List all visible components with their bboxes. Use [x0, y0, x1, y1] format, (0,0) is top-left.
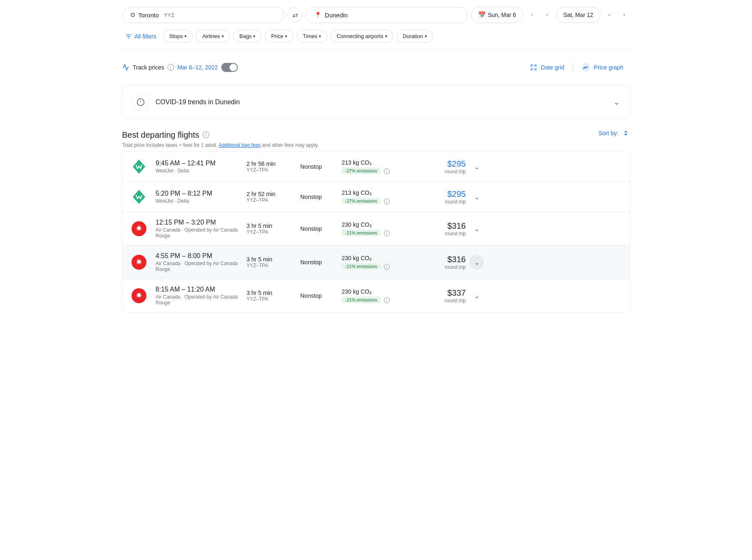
price-amount: $295 — [416, 189, 466, 199]
swap-button[interactable]: ⇄ — [287, 7, 302, 22]
flight-airline: WestJet · Delta — [156, 168, 247, 174]
flight-row[interactable]: 9:45 AM – 12:41 PM WestJet · Delta 2 hr … — [122, 152, 630, 182]
flight-stops: Nonstop — [300, 292, 342, 299]
sort-icon[interactable] — [622, 129, 630, 137]
flight-expand-button[interactable]: ⌄ — [469, 159, 484, 174]
track-prices-toggle[interactable] — [221, 63, 238, 72]
times-filter-button[interactable]: Times ▾ — [297, 30, 327, 43]
emissions-info-icon[interactable]: i — [384, 168, 390, 174]
depart-next-button[interactable]: › — [541, 9, 553, 21]
sort-bar: Sort by: — [599, 129, 630, 137]
connecting-airports-filter-button[interactable]: Connecting airports ▾ — [330, 30, 393, 43]
flight-row[interactable]: 4:55 PM – 8:00 PM Air Canada · Operated … — [122, 246, 630, 279]
origin-value: Toronto — [138, 12, 159, 19]
emissions-info-icon[interactable]: i — [384, 297, 390, 303]
flight-time-range: 5:20 PM – 8:12 PM — [156, 190, 247, 197]
flight-expand-button[interactable]: ⌄ — [469, 255, 484, 270]
covid-banner-left: COVID-19 trends in Dunedin — [132, 94, 240, 110]
flight-list: 9:45 AM – 12:41 PM WestJet · Delta 2 hr … — [122, 151, 630, 313]
flight-emissions: 230 kg CO₂ -21% emissions i — [342, 255, 416, 270]
flight-duration: 3 hr 5 min YYZ–TPA — [247, 256, 300, 268]
connecting-airports-chevron-icon: ▾ — [385, 34, 387, 38]
price-amount: $295 — [416, 159, 466, 169]
airlines-chevron-icon: ▾ — [222, 34, 224, 38]
duration-time: 3 hr 5 min — [247, 290, 300, 296]
price-graph-label: Price graph — [594, 64, 623, 71]
flight-stops: Nonstop — [300, 194, 342, 200]
times-filter-label: Times — [303, 33, 317, 39]
aircanada-logo-circle — [132, 288, 146, 303]
emissions-amount: 230 kg CO₂ — [342, 288, 416, 295]
price-type: round trip — [416, 169, 466, 175]
price-amount: $316 — [416, 255, 466, 264]
covid-banner[interactable]: COVID-19 trends in Dunedin ⌄ — [122, 85, 630, 119]
emissions-amount: 213 kg CO₂ — [342, 159, 416, 166]
emissions-info-icon[interactable]: i — [384, 199, 390, 204]
best-flights-info-icon[interactable]: i — [203, 132, 209, 138]
price-type: round trip — [416, 231, 466, 237]
times-chevron-icon: ▾ — [319, 34, 321, 38]
duration-route: YYZ–TPA — [247, 229, 300, 235]
flight-expand-button[interactable]: ⌄ — [469, 221, 484, 236]
aircanada-logo — [131, 287, 147, 304]
track-prices-section: Track prices i Mar 6–12, 2022 — [122, 63, 238, 72]
westjet-logo — [131, 158, 147, 175]
duration-filter-button[interactable]: Duration ▾ — [397, 30, 433, 43]
stops-filter-button[interactable]: Stops ▾ — [163, 30, 193, 43]
return-prev-button[interactable]: ‹ — [604, 9, 615, 21]
flight-price: $295 round trip — [416, 159, 466, 175]
emissions-info-icon[interactable]: i — [384, 230, 390, 236]
view-options: Date grid Price graph — [523, 60, 630, 75]
flight-expand-button[interactable]: ⌄ — [469, 288, 484, 303]
duration-chevron-icon: ▾ — [425, 34, 427, 38]
covid-title: COVID-19 trends in Dunedin — [156, 98, 240, 106]
aircanada-maple-icon — [134, 258, 144, 267]
emissions-badge: -21% emissions — [342, 230, 381, 236]
flight-row[interactable]: 5:20 PM – 8:12 PM WestJet · Delta 2 hr 5… — [122, 182, 630, 212]
flight-expand-button[interactable]: ⌄ — [469, 189, 484, 204]
airlines-filter-label: Airlines — [202, 33, 220, 39]
emissions-amount: 230 kg CO₂ — [342, 221, 416, 228]
price-filter-button[interactable]: Price ▾ — [265, 30, 293, 43]
svg-rect-6 — [534, 68, 536, 71]
depart-date-picker[interactable]: 📅 Sun, Mar 6 — [471, 7, 523, 23]
flight-stops: Nonstop — [300, 163, 342, 170]
emissions-badge: -27% emissions — [342, 198, 381, 204]
flight-price: $337 round trip — [416, 288, 466, 304]
westjet-logo-svg — [132, 159, 146, 174]
additional-fees-link[interactable]: Additional bag fees — [218, 142, 261, 148]
all-filters-button[interactable]: All filters — [122, 30, 160, 43]
aircanada-logo — [131, 220, 147, 237]
bags-filter-button[interactable]: Bags ▾ — [233, 30, 262, 43]
duration-route: YYZ–TPA — [247, 167, 300, 173]
svg-rect-4 — [534, 65, 536, 67]
duration-time: 2 hr 52 min — [247, 191, 300, 197]
filter-icon — [125, 33, 132, 40]
track-prices-info-icon[interactable]: i — [168, 64, 174, 71]
stops-chevron-icon: ▾ — [184, 34, 187, 38]
emissions-info-icon[interactable]: i — [384, 264, 390, 270]
svg-rect-5 — [530, 68, 533, 71]
flight-emissions: 213 kg CO₂ -27% emissions i — [342, 189, 416, 204]
destination-input[interactable]: 📍 Dunedin — [306, 7, 468, 23]
flight-row[interactable]: 12:15 PM – 3:20 PM Air Canada · Operated… — [122, 212, 630, 246]
return-next-button[interactable]: › — [618, 9, 630, 21]
duration-time: 3 hr 5 min — [247, 256, 300, 263]
airlines-filter-button[interactable]: Airlines ▾ — [196, 30, 230, 43]
emissions-badge: -21% emissions — [342, 297, 381, 303]
return-date-picker[interactable]: Sat, Mar 12 — [556, 7, 600, 23]
flight-row[interactable]: 8:15 AM – 11:20 AM Air Canada · Operated… — [122, 279, 630, 312]
price-graph-icon — [581, 63, 590, 72]
price-graph-button[interactable]: Price graph — [575, 60, 630, 75]
date-grid-button[interactable]: Date grid — [523, 60, 571, 75]
aircanada-logo-circle — [132, 255, 146, 270]
flight-times: 12:15 PM – 3:20 PM Air Canada · Operated… — [156, 219, 247, 239]
aircanada-logo-circle — [132, 221, 146, 236]
calendar-icon: 📅 — [478, 11, 486, 19]
origin-input[interactable]: Toronto YYZ — [122, 7, 284, 23]
depart-prev-button[interactable]: ‹ — [527, 9, 538, 21]
flight-stops: Nonstop — [300, 225, 342, 232]
flight-emissions: 213 kg CO₂ -27% emissions i — [342, 159, 416, 174]
duration-route: YYZ–TPA — [247, 296, 300, 302]
duration-route: YYZ–TPA — [247, 197, 300, 203]
